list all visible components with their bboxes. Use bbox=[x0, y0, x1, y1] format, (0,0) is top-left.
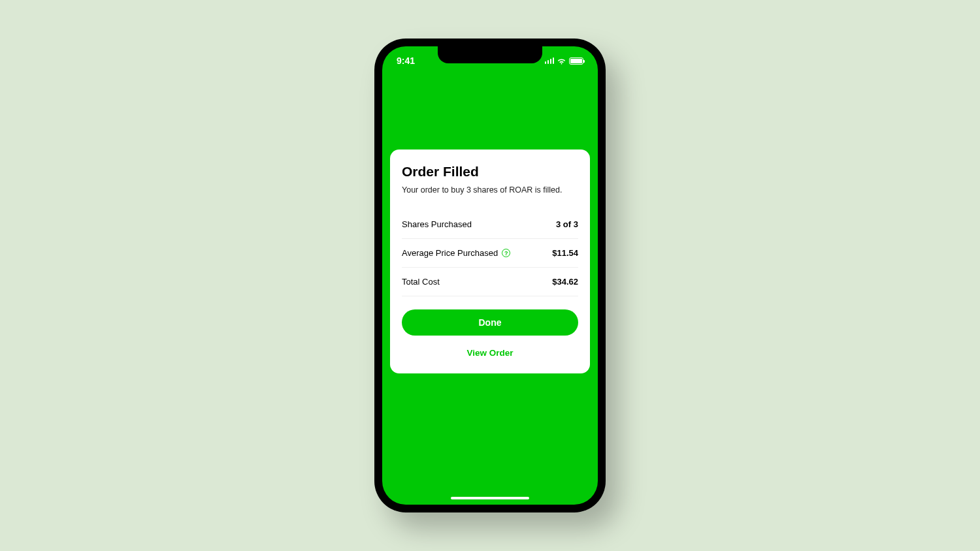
phone-notch bbox=[438, 46, 542, 63]
info-icon[interactable]: ? bbox=[502, 249, 510, 257]
average-price-row: Average Price Purchased ? $11.54 bbox=[402, 239, 578, 268]
phone-screen: 9:41 Order Filled Your order to buy 3 sh… bbox=[382, 46, 598, 505]
detail-label: Shares Purchased bbox=[402, 219, 472, 229]
view-order-button[interactable]: View Order bbox=[402, 342, 578, 363]
order-confirmation-card: Order Filled Your order to buy 3 shares … bbox=[390, 150, 590, 373]
total-cost-row: Total Cost $34.62 bbox=[402, 268, 578, 296]
cellular-signal-icon bbox=[545, 57, 555, 64]
shares-purchased-row: Shares Purchased 3 of 3 bbox=[402, 210, 578, 239]
home-indicator[interactable] bbox=[451, 497, 529, 499]
wifi-icon bbox=[557, 57, 566, 65]
total-cost-label: Total Cost bbox=[402, 277, 440, 287]
card-title: Order Filled bbox=[402, 164, 578, 180]
battery-icon bbox=[569, 57, 583, 65]
detail-label: Average Price Purchased ? bbox=[402, 248, 510, 258]
status-icons bbox=[545, 55, 584, 65]
status-time: 9:41 bbox=[397, 53, 415, 66]
done-button[interactable]: Done bbox=[402, 309, 578, 336]
average-price-label: Average Price Purchased bbox=[402, 248, 498, 258]
detail-label: Total Cost bbox=[402, 277, 440, 287]
total-cost-value: $34.62 bbox=[552, 277, 578, 287]
phone-frame: 9:41 Order Filled Your order to buy 3 sh… bbox=[374, 39, 606, 512]
card-subtitle: Your order to buy 3 shares of ROAR is fi… bbox=[402, 185, 578, 195]
shares-purchased-label: Shares Purchased bbox=[402, 219, 472, 229]
shares-purchased-value: 3 of 3 bbox=[556, 219, 578, 229]
average-price-value: $11.54 bbox=[552, 248, 578, 258]
